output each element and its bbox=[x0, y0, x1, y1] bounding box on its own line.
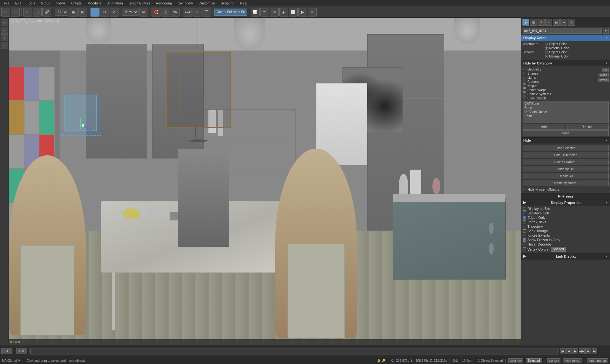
prev-frame-btn[interactable]: ◀ bbox=[566, 348, 572, 354]
menu-graph-editors[interactable]: Graph Editors bbox=[126, 0, 153, 6]
percent-snap-btn[interactable]: % bbox=[171, 8, 180, 17]
graph-editor-btn[interactable]: 📊 bbox=[251, 8, 260, 17]
object-dropdown-btn[interactable]: ▼ bbox=[603, 28, 609, 34]
select-obj-btn[interactable]: ▣ bbox=[69, 8, 78, 17]
select-btn[interactable]: ↖ bbox=[23, 8, 32, 17]
unhide-all-btn[interactable]: Unhide All bbox=[523, 173, 609, 179]
move-btn[interactable]: ✛ bbox=[91, 8, 99, 17]
menu-customize[interactable]: Customize bbox=[196, 0, 218, 6]
wireframe-obj-radio[interactable] bbox=[545, 43, 548, 46]
hide-by-hit-btn[interactable]: Hide by Hit bbox=[523, 166, 609, 172]
menu-tools[interactable]: Tools bbox=[24, 0, 38, 6]
cmd-icon-create[interactable]: ⊞ bbox=[530, 19, 537, 26]
menu-help[interactable]: Help bbox=[238, 0, 250, 6]
link-display-header[interactable]: ▶ Link Display ▼ bbox=[521, 253, 610, 259]
cat-cameras-checkbox[interactable] bbox=[523, 80, 526, 84]
select-filter-btn[interactable]: ⊞ bbox=[78, 8, 87, 17]
cat-all-btn[interactable]: All bbox=[602, 68, 609, 72]
create-selection-btn[interactable]: Create Selection Se bbox=[214, 9, 247, 16]
cat-space-warps-checkbox[interactable] bbox=[523, 88, 526, 92]
align-btn[interactable]: ≡ bbox=[193, 8, 201, 17]
none-btn[interactable]: None bbox=[523, 130, 609, 136]
menu-group[interactable]: Group bbox=[38, 0, 53, 6]
left-tool-1[interactable]: + bbox=[1, 19, 8, 26]
filter-dropdown[interactable]: All bbox=[55, 9, 68, 16]
link-btn[interactable]: 🔗 bbox=[42, 8, 51, 17]
menu-civil-view[interactable]: Civil View bbox=[175, 0, 195, 6]
activeshade-btn[interactable]: ☀ bbox=[308, 8, 317, 17]
redo-btn[interactable]: ↪ bbox=[11, 8, 20, 17]
key-icon[interactable]: 🔑 bbox=[382, 359, 385, 362]
undo-btn[interactable]: ↩ bbox=[1, 8, 10, 17]
cmd-icon-motion[interactable]: ◐ bbox=[553, 19, 560, 26]
hide-header[interactable]: Hide ▼ bbox=[521, 138, 610, 144]
left-tool-3[interactable]: ↕ bbox=[1, 34, 8, 41]
scale-btn[interactable]: ⤢ bbox=[110, 8, 119, 17]
cmd-icon-hierarchy[interactable]: ≡ bbox=[545, 19, 552, 26]
menu-views[interactable]: Views bbox=[54, 0, 68, 6]
category-list-box[interactable]: CAT Bone Bone IK Chain Object Point bbox=[523, 101, 609, 123]
cat-geometry-checkbox[interactable] bbox=[523, 68, 526, 71]
material-editor-btn[interactable]: ◈ bbox=[279, 8, 288, 17]
angle-snap-btn[interactable]: ∡ bbox=[161, 8, 170, 17]
cmd-icon-display[interactable]: ◈ bbox=[522, 19, 529, 26]
render-btn[interactable]: ▶ bbox=[298, 8, 307, 17]
dp-vcolors-checkbox[interactable] bbox=[523, 247, 526, 251]
unhide-by-name-btn[interactable]: Unhide by Name... bbox=[523, 180, 609, 186]
layer-btn[interactable]: ☰ bbox=[202, 8, 211, 17]
cat-none-btn[interactable]: None bbox=[599, 73, 609, 77]
shaded-obj-option[interactable]: Object Color bbox=[545, 51, 567, 54]
cat-lights-checkbox[interactable] bbox=[523, 76, 526, 79]
dp-vticks-checkbox[interactable] bbox=[523, 220, 526, 224]
viewport[interactable]: [Ai43_007_gray_camera][Shaded] bbox=[9, 18, 521, 345]
menu-scripting[interactable]: Scripting bbox=[218, 0, 237, 6]
list-ik-chain[interactable]: IK Chain Object bbox=[524, 110, 608, 114]
list-cat-bone[interactable]: CAT Bone bbox=[524, 102, 608, 106]
menu-edit[interactable]: Edit bbox=[13, 0, 24, 6]
play-btn[interactable]: ▶ bbox=[573, 348, 578, 354]
schematic-btn[interactable]: 🗂 bbox=[270, 8, 279, 17]
auto-key-btn[interactable]: Auto Key bbox=[508, 358, 523, 363]
mirror-btn[interactable]: ⟺ bbox=[183, 8, 192, 17]
add-time-tag-btn[interactable]: Add Time Tag bbox=[587, 358, 608, 363]
cmd-icon-utilities[interactable]: ⬡ bbox=[568, 19, 575, 26]
dp-frozen-checkbox[interactable]: ✓ bbox=[523, 238, 526, 242]
lock-icon[interactable]: 🔒 bbox=[377, 359, 381, 362]
menu-file[interactable]: File bbox=[1, 0, 12, 6]
list-point[interactable]: Point bbox=[524, 114, 608, 118]
next-frame-btn[interactable]: ▶ bbox=[585, 348, 591, 354]
dp-degrade-checkbox[interactable] bbox=[523, 243, 526, 246]
snap-btn[interactable]: 🧲 bbox=[152, 8, 160, 17]
cat-bone-checkbox[interactable] bbox=[523, 97, 526, 100]
remove-btn[interactable]: Remove bbox=[566, 124, 609, 130]
pivot-btn[interactable]: ⊕ bbox=[139, 8, 148, 17]
display-properties-header[interactable]: ▶ Display Properties ▼ bbox=[521, 199, 610, 206]
cat-invert-btn[interactable]: Invert bbox=[598, 78, 609, 82]
dp-edges-checkbox[interactable]: ✓ bbox=[523, 216, 526, 219]
shaded-mat-option[interactable]: Material Color bbox=[545, 55, 569, 58]
total-frame-input[interactable] bbox=[16, 348, 27, 354]
select-region-btn[interactable]: ⊡ bbox=[33, 8, 42, 17]
left-tool-2[interactable]: − bbox=[1, 27, 8, 34]
menu-modifiers[interactable]: Modifiers bbox=[85, 0, 104, 6]
view-dropdown[interactable]: View bbox=[122, 9, 139, 16]
hide-frozen-checkbox[interactable] bbox=[523, 188, 526, 191]
wireframe-mat-radio[interactable] bbox=[545, 47, 548, 50]
dp-see-checkbox[interactable] bbox=[523, 229, 526, 233]
left-tool-4[interactable]: ○ bbox=[1, 42, 8, 49]
add-btn[interactable]: Add bbox=[523, 124, 565, 130]
shaded-mat-radio[interactable] bbox=[545, 55, 548, 58]
set-key-btn[interactable]: Set Key bbox=[547, 358, 561, 363]
list-bone[interactable]: Bone bbox=[524, 106, 608, 110]
dp-backface-checkbox[interactable] bbox=[523, 212, 526, 215]
menu-rendering[interactable]: Rendering bbox=[153, 0, 175, 6]
key-mode-btn[interactable]: |◀ bbox=[560, 348, 566, 354]
rotate-btn[interactable]: ↻ bbox=[100, 8, 109, 17]
display-color-header[interactable]: Display Color ▼ bbox=[521, 35, 610, 41]
hide-by-category-header[interactable]: Hide by Category ▼ bbox=[521, 60, 610, 66]
cmd-icon-display2[interactable]: ✦ bbox=[560, 19, 567, 26]
render-setup-btn[interactable]: ⬜ bbox=[289, 8, 298, 17]
dp-traj-checkbox[interactable] bbox=[523, 225, 526, 228]
object-name-input[interactable] bbox=[523, 28, 602, 34]
cat-shapes-checkbox[interactable] bbox=[523, 72, 526, 75]
